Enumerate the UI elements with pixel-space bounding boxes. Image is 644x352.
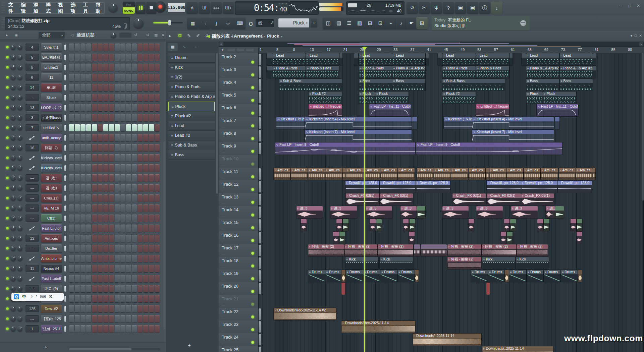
step-cell[interactable] (92, 265, 97, 272)
clip[interactable] (339, 232, 345, 244)
step-cell[interactable] (75, 124, 80, 131)
step-cell[interactable] (92, 104, 97, 111)
channel-pan-knob[interactable] (11, 135, 16, 140)
channel-pan-knob[interactable] (11, 256, 16, 261)
step-cell[interactable] (109, 194, 114, 202)
step-cell[interactable] (120, 64, 125, 71)
step-cell[interactable] (132, 74, 137, 81)
step-cell[interactable] (103, 325, 108, 333)
add-track-button[interactable]: + (221, 47, 224, 52)
step-cell[interactable] (120, 194, 125, 202)
channel-volume-knob[interactable] (17, 185, 22, 190)
track-trigger-strip[interactable] (259, 194, 261, 205)
step-cell[interactable] (86, 144, 91, 152)
remote-button[interactable]: ♪ (395, 17, 407, 29)
track-lane[interactable]: ≡Lead≡Lead≡Lead≡Lead≡Lead≡Lead≡Lead≡Lead (258, 53, 644, 66)
track-lane[interactable] (258, 155, 644, 168)
step-cell[interactable] (69, 104, 74, 111)
step-cell[interactable] (92, 154, 97, 162)
step-cell[interactable] (120, 144, 125, 152)
step-cell[interactable] (149, 285, 154, 292)
step-cell[interactable] (155, 315, 160, 322)
step-cell[interactable] (109, 225, 114, 232)
step-cell[interactable] (75, 235, 80, 242)
step-cell[interactable] (75, 245, 80, 252)
track-led[interactable] (251, 303, 254, 306)
step-cell[interactable] (120, 265, 125, 272)
channel-led[interactable] (6, 307, 9, 310)
step-cell[interactable] (120, 74, 125, 81)
clip[interactable]: ≡Piano & Pads (442, 66, 476, 78)
playhead-marker[interactable] (362, 47, 367, 50)
step-cell[interactable] (103, 235, 108, 242)
step-cell[interactable] (155, 74, 160, 81)
step-cell[interactable] (80, 305, 86, 312)
step-cell[interactable] (103, 265, 108, 272)
step-cell[interactable] (109, 315, 114, 322)
channel-number[interactable]: 125 (25, 305, 39, 312)
channel-button[interactable]: untit..uency (41, 134, 62, 142)
channel-number[interactable]: 11 (25, 265, 39, 272)
track-header[interactable]: Track 15··· (219, 219, 259, 231)
clip[interactable]: ⊦Am..es (576, 168, 593, 180)
clip[interactable]: ≡Kick (380, 257, 413, 269)
rack-play-icon[interactable]: ▸ (6, 33, 8, 37)
step-cell[interactable] (75, 84, 80, 91)
menu-item-编辑[interactable]: 编辑 (21, 2, 30, 14)
step-cell[interactable] (149, 275, 154, 282)
step-cell[interactable] (149, 325, 154, 333)
step-cell[interactable] (155, 164, 160, 172)
step-cell[interactable] (155, 94, 160, 101)
step-cell[interactable] (132, 285, 137, 292)
step-cell[interactable] (98, 255, 103, 262)
track-header[interactable]: Track 18··· (219, 257, 259, 270)
step-cell[interactable] (143, 235, 148, 242)
track-menu-dots[interactable]: ··· (222, 151, 225, 154)
step-cell[interactable] (126, 215, 131, 222)
step-cell[interactable] (103, 164, 108, 172)
channel-number[interactable]: --- (25, 184, 39, 192)
clip[interactable]: ⊦Crash_FX 03(1) (380, 193, 413, 206)
step-cell[interactable] (109, 325, 114, 333)
channel-number[interactable]: 12 (25, 235, 39, 242)
track-menu-dots[interactable]: ··· (222, 177, 225, 180)
track-lane[interactable]: ⊦Downloads/Rec-2025-11-14 (258, 320, 644, 333)
draw-tool[interactable]: ✎ (187, 33, 191, 38)
channel-pan-knob[interactable] (11, 75, 16, 80)
clip[interactable]: ≡Drums (398, 270, 415, 282)
step-cell[interactable] (126, 204, 131, 212)
step-cell[interactable] (143, 265, 148, 272)
channel-button[interactable]: 单..鼓 (41, 83, 62, 92)
menu-item-选项[interactable]: 选项 (71, 2, 79, 14)
step-cell[interactable] (69, 305, 74, 312)
toolbar-grip[interactable] (1, 2, 5, 13)
step-cell[interactable] (115, 144, 120, 152)
step-cell[interactable] (98, 265, 103, 272)
clip[interactable] (522, 53, 526, 65)
step-cell[interactable] (132, 54, 137, 61)
clip[interactable] (333, 232, 339, 244)
step-cell[interactable] (115, 114, 120, 121)
channel-button[interactable]: 11 (41, 73, 62, 81)
step-cell[interactable] (86, 174, 91, 182)
step-cell[interactable] (69, 295, 74, 302)
step-cell[interactable] (132, 295, 137, 302)
step-cell[interactable] (69, 225, 74, 232)
step-cell[interactable] (132, 315, 137, 322)
add-channel-button[interactable]: + (44, 344, 47, 350)
step-cell[interactable] (155, 325, 160, 333)
track-lane[interactable] (258, 282, 644, 295)
step-cell[interactable] (98, 295, 103, 302)
clip[interactable]: ⊦阿福 - 擦擦 (2) (447, 257, 481, 269)
clip[interactable] (376, 219, 382, 231)
step-cell[interactable] (98, 44, 103, 51)
step-cell[interactable] (115, 184, 120, 192)
clip[interactable] (509, 53, 513, 65)
channel-button[interactable]: 阿福..2) (41, 144, 62, 152)
update-notification[interactable]: Today 有更新的 FL Studio 版本可用! (432, 16, 530, 30)
step-cell[interactable] (126, 235, 131, 242)
step-cell[interactable] (120, 245, 125, 252)
channel-pan-knob[interactable] (11, 246, 16, 251)
step-cell[interactable] (98, 84, 103, 91)
channel-volume-knob[interactable] (17, 125, 22, 130)
